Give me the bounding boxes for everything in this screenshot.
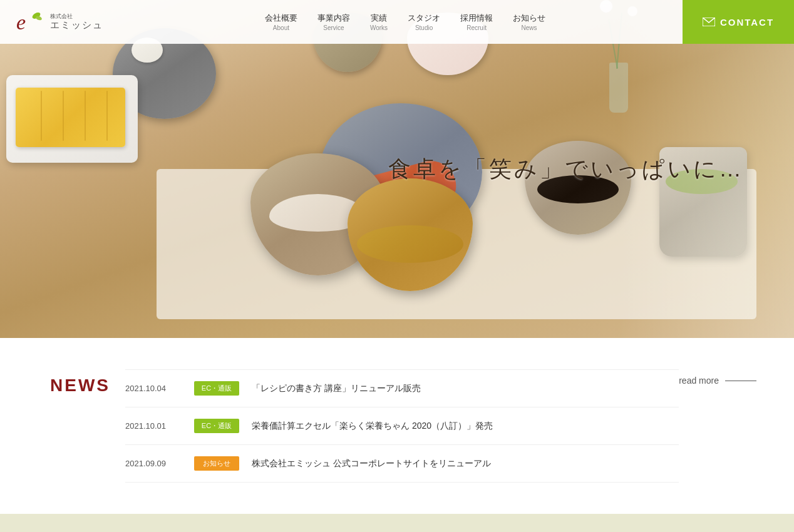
nav-item-news[interactable]: お知らせNews	[513, 13, 545, 31]
egg-slice-3	[85, 91, 86, 141]
read-more-line	[725, 381, 756, 381]
news-tag: EC・通販	[194, 381, 239, 396]
nav-item-works[interactable]: 実績Works	[370, 13, 388, 31]
nav-item-service[interactable]: 事業内容Service	[317, 13, 350, 31]
read-more-area: read more	[679, 369, 794, 386]
news-item: 2021.10.01 EC・通販 栄養価計算エクセル「楽らく栄養ちゃん 2020…	[125, 407, 679, 445]
mail-icon	[703, 18, 715, 26]
header: e 株式会社 エミッシュ 会社概要About事業内容Service実績Works…	[0, 0, 794, 44]
news-date: 2021.10.04	[125, 384, 182, 393]
read-more-text: read more	[679, 376, 719, 386]
news-title[interactable]: 「レシピの書き方 講座」リニューアル販売	[252, 383, 679, 394]
hero-tagline: 食卓を「笑み」でいっぱいに…	[388, 154, 744, 185]
news-tag: EC・通販	[194, 419, 239, 433]
news-item: 2021.10.04 EC・通販 「レシピの書き方 講座」リニューアル販売	[125, 369, 679, 407]
news-date: 2021.09.09	[125, 459, 182, 468]
news-label: NEWS	[0, 369, 125, 396]
news-title[interactable]: 株式会社エミッシュ 公式コーポレートサイトをリニューアル	[252, 458, 679, 469]
news-items-list: 2021.10.04 EC・通販 「レシピの書き方 講座」リニューアル販売 20…	[125, 369, 679, 483]
egg-slice-4	[106, 91, 108, 141]
main-nav: 会社概要About事業内容Service実績WorksスタジオStudio採用情…	[128, 13, 683, 31]
logo-name: エミッシュ	[50, 19, 103, 31]
contact-button[interactable]: CONTACT	[683, 0, 794, 44]
egg-slice-1	[41, 91, 42, 141]
news-section: NEWS 2021.10.04 EC・通販 「レシピの書き方 講座」リニューアル…	[0, 338, 794, 514]
svg-text:e: e	[16, 11, 26, 34]
contact-label: CONTACT	[720, 17, 774, 28]
read-more-link[interactable]: read more	[679, 376, 756, 386]
news-title[interactable]: 栄養価計算エクセル「楽らく栄養ちゃん 2020（八訂）」発売	[252, 421, 679, 432]
egg-slice-2	[63, 91, 64, 141]
news-tag: お知らせ	[194, 456, 239, 471]
hero-section: 食卓を「笑み」でいっぱいに…	[0, 0, 794, 338]
logo-kaisha: 株式会社	[50, 13, 103, 20]
nav-item-studio[interactable]: スタジオStudio	[408, 13, 440, 31]
news-date: 2021.10.01	[125, 421, 182, 431]
egg-roll	[16, 88, 125, 147]
news-item: 2021.09.09 お知らせ 株式会社エミッシュ 公式コーポレートサイトをリニ…	[125, 445, 679, 483]
logo-icon: e	[15, 7, 45, 37]
soup-liquid	[357, 225, 463, 263]
nav-item-about[interactable]: 会社概要About	[265, 13, 297, 31]
bottom-section	[0, 514, 794, 532]
logo-area[interactable]: e 株式会社 エミッシュ	[15, 7, 128, 37]
logo-text-block: 株式会社 エミッシュ	[50, 13, 103, 31]
nav-item-recruit[interactable]: 採用情報Recruit	[460, 13, 493, 31]
